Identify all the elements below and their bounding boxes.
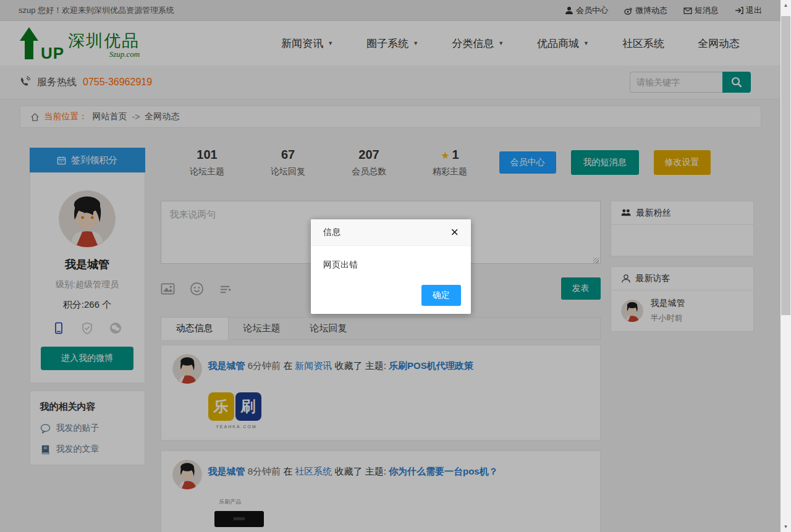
scroll-down-arrow[interactable]: ▼ bbox=[780, 521, 791, 532]
ok-button[interactable]: 确定 bbox=[421, 285, 461, 306]
close-icon[interactable]: × bbox=[450, 226, 459, 239]
scrollbar-thumb[interactable] bbox=[781, 16, 790, 315]
dialog-header: 信息 × bbox=[311, 219, 471, 246]
scrollbar[interactable]: ▲ ▼ bbox=[780, 0, 791, 532]
scroll-up-arrow[interactable]: ▲ bbox=[780, 0, 791, 11]
message-dialog: 信息 × 网页出错 确定 bbox=[311, 219, 471, 314]
dialog-title: 信息 bbox=[323, 227, 341, 238]
dialog-message: 网页出错 bbox=[311, 246, 471, 284]
